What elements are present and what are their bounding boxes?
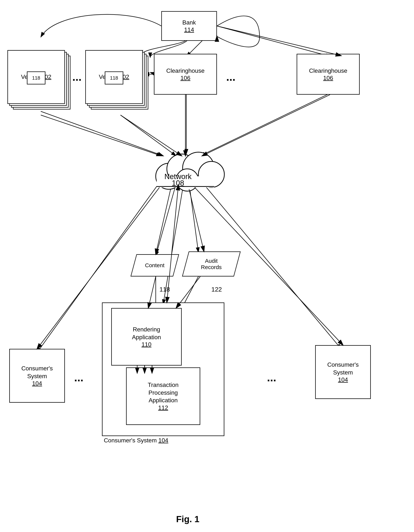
audit-records-shape: AuditRecords	[182, 251, 241, 276]
clearinghouse1-num: 106	[180, 75, 190, 81]
rendering-app-num: 110	[141, 341, 151, 348]
content-shape: Content	[130, 254, 179, 276]
network-cloud: Network 108	[141, 139, 234, 196]
content-ref-label: 118	[159, 286, 170, 293]
rendering-app-label: RenderingApplication	[132, 326, 161, 341]
dots-consumer-left: ...	[74, 371, 83, 384]
vendor2-inner-num: 118	[110, 75, 118, 81]
consumer-left-box: Consumer'sSystem 104	[9, 349, 65, 403]
svg-text:108: 108	[172, 179, 184, 187]
dots-consumer-right: ...	[267, 371, 276, 384]
clearinghouse1-label: Clearinghouse	[166, 67, 204, 75]
clearinghouse2-box: Clearinghouse 106	[297, 54, 360, 95]
dots-vendor: ...	[72, 70, 82, 83]
audit-records-label: AuditRecords	[201, 258, 222, 270]
consumer-right-num: 104	[338, 376, 348, 383]
consumer-system-outer-label: Consumer's System 104	[104, 437, 168, 444]
bank-label: Bank	[183, 19, 196, 27]
vendor1-box: Vendor 102 118	[7, 50, 65, 104]
vendor2-stack: Vendor 102 118	[85, 50, 152, 119]
consumer-left-label: Consumer'sSystem	[21, 365, 53, 380]
fig-label: Fig. 1	[176, 514, 199, 524]
content-label: Content	[145, 262, 165, 268]
transaction-app-label: TransactionProcessingApplication	[148, 381, 179, 404]
clearinghouse2-num: 106	[323, 75, 333, 81]
vendor1-stack: Vendor 102 118	[7, 50, 74, 119]
consumer-right-box: Consumer'sSystem 104	[315, 345, 371, 399]
diagram: Bank 114 Vendor 102 118 ... Vendor 102 1…	[0, 0, 414, 532]
bank-num: 114	[184, 26, 194, 33]
dots-clearinghouse: ...	[226, 70, 235, 83]
transaction-app-num: 112	[158, 404, 168, 411]
vendor1-inner-num: 118	[32, 75, 40, 81]
svg-line-3	[217, 26, 331, 57]
bank-box: Bank 114	[161, 11, 217, 41]
audit-ref-label: 122	[211, 286, 222, 293]
vendor2-box: Vendor 102 118	[85, 50, 143, 104]
consumer-left-num: 104	[32, 380, 42, 387]
transaction-app-box: TransactionProcessingApplication 112	[126, 367, 200, 425]
rendering-app-box: RenderingApplication 110	[111, 308, 182, 366]
clearinghouse1-box: Clearinghouse 106	[154, 54, 217, 95]
clearinghouse2-label: Clearinghouse	[309, 67, 347, 75]
consumer-right-label: Consumer'sSystem	[327, 361, 359, 376]
